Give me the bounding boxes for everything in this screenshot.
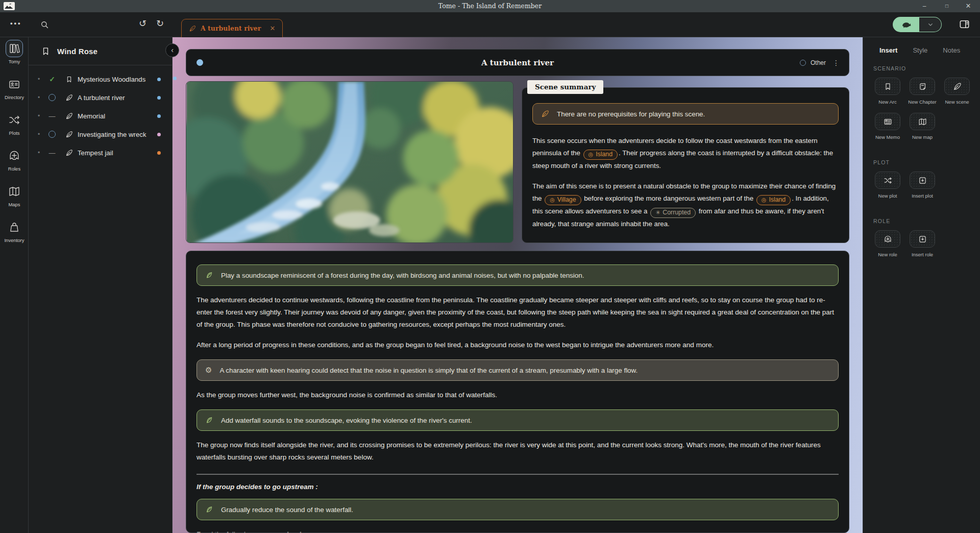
gear-icon: ⚙	[205, 366, 212, 375]
plot-buttons: New plot Insert plot	[870, 172, 980, 207]
books-icon	[8, 42, 20, 55]
status-open-icon[interactable]	[44, 94, 60, 101]
new-role-button[interactable]: New role	[870, 230, 905, 257]
body-paragraph: The adventurers decided to continue west…	[197, 294, 839, 331]
scene-list-item-memorial[interactable]: • — Memorial	[29, 107, 172, 125]
document-tab[interactable]: A turbulent river ✕	[181, 19, 283, 37]
new-plot-button[interactable]: New plot	[870, 172, 905, 199]
scene-list-item-investigating-the-wreck[interactable]: • Investigating the wreck	[29, 125, 172, 143]
tab-insert[interactable]: Insert	[879, 46, 897, 54]
new-chapter-button[interactable]: New Chapter	[905, 78, 940, 105]
rail-item-inventory[interactable]: Inventory	[0, 219, 29, 243]
tab-notes[interactable]: Notes	[943, 46, 960, 54]
window-title: Tome - The Island of Remember	[0, 0, 980, 12]
leaf-icon	[205, 505, 213, 514]
body-paragraph: After a long period of progress in these…	[197, 339, 839, 351]
map-icon	[918, 117, 927, 126]
block-marker-dot	[173, 77, 177, 80]
chevron-down-icon	[926, 20, 935, 29]
status-open-icon[interactable]	[44, 131, 60, 138]
scene-list-item-tempest-jail[interactable]: • — Tempest jail	[29, 143, 172, 162]
section-title-role: ROLE	[873, 218, 980, 224]
scene-summary-card: There are no prerequisites for playing t…	[522, 87, 849, 243]
right-panel-toggle-button[interactable]	[959, 18, 970, 30]
collapse-panel-button[interactable]: ‹	[165, 43, 179, 57]
reduce-sound-callout: Gradually reduce the sound of the waterf…	[197, 499, 839, 520]
scene-category-label: Other	[811, 59, 826, 66]
village-tag[interactable]: ◎Village	[545, 195, 581, 205]
scenario-buttons: New Arc New Chapter New scene New Memo N…	[870, 78, 980, 148]
rail-item-tomy[interactable]: Tomy	[0, 40, 29, 64]
corrupted-tag[interactable]: ✳Corrupted	[650, 208, 696, 218]
drag-handle-icon[interactable]: •	[38, 94, 44, 101]
section-title-plot: PLOT	[873, 159, 980, 165]
bookmark-icon	[65, 76, 73, 83]
new-arc-button[interactable]: New Arc	[870, 78, 905, 105]
island-tag[interactable]: ◎Island	[756, 195, 791, 205]
play-options-dropdown[interactable]	[919, 17, 942, 32]
divider	[197, 474, 839, 475]
river-forest-image	[186, 82, 513, 243]
rail-item-directory[interactable]: Directory	[0, 76, 29, 100]
tab-style[interactable]: Style	[913, 46, 927, 54]
rail-item-plots[interactable]: Plots	[0, 111, 29, 136]
window-close-button[interactable]: ✕	[961, 0, 976, 12]
whale-icon	[900, 19, 912, 30]
scenario-header: Wind Rose	[29, 37, 172, 65]
insert-plot-button[interactable]: Insert plot	[905, 172, 940, 199]
tab-close-icon[interactable]: ✕	[270, 25, 275, 32]
drag-handle-icon[interactable]: •	[38, 76, 44, 83]
feather-icon	[189, 25, 196, 32]
window-maximize-button[interactable]: □	[939, 0, 954, 12]
drag-handle-icon[interactable]: •	[38, 149, 44, 156]
map-icon	[8, 185, 20, 198]
window-minimize-button[interactable]: –	[917, 0, 932, 12]
redo-button[interactable]: ↻	[156, 18, 164, 29]
search-icon[interactable]	[40, 20, 50, 30]
scene-body-card[interactable]: Play a soundscape reminiscent of a fores…	[186, 251, 849, 533]
play-session-button[interactable]	[893, 17, 919, 32]
insert-icon	[918, 235, 927, 244]
scene-list-item-a-turbulent-river[interactable]: • A turbulent river	[29, 88, 172, 107]
prerequisite-text: There are no prerequisites for playing t…	[557, 110, 705, 118]
status-none-icon[interactable]: —	[44, 112, 60, 120]
status-done-icon[interactable]: ✓	[44, 75, 60, 83]
scenario-nav-panel: Wind Rose ‹ • ✓ Mysterious Woodlands • A…	[29, 37, 173, 533]
rail-item-maps[interactable]: Maps	[0, 183, 29, 207]
status-none-icon[interactable]: —	[44, 149, 60, 157]
location-icon: ◎	[762, 196, 767, 204]
feather-icon	[65, 94, 73, 102]
app-window: Tome - The Island of Remember – □ ✕ ••• …	[0, 0, 980, 533]
right-sidebar: Insert Style Notes SCENARIO New Arc New …	[863, 37, 980, 533]
play-split-button	[893, 17, 942, 32]
island-tag[interactable]: ◎Island	[583, 150, 618, 160]
scene-color-dot	[157, 114, 161, 118]
drag-handle-icon[interactable]: •	[38, 131, 44, 138]
scene-color-dot	[157, 96, 161, 100]
new-scene-button[interactable]: New scene	[940, 78, 974, 105]
new-map-button[interactable]: New map	[905, 113, 940, 140]
body-paragraph: The group now finds itself alongside the…	[197, 439, 839, 464]
new-memo-button[interactable]: New Memo	[870, 113, 905, 140]
scene-category-control[interactable]: Other ⋮	[800, 59, 842, 67]
scene-list-item-mysterious-woodlands[interactable]: • ✓ Mysterious Woodlands	[29, 70, 172, 88]
shuffle-icon	[884, 176, 892, 185]
prerequisite-callout: There are no prerequisites for playing t…	[532, 103, 839, 125]
left-icon-rail: Tomy Directory Plots Roles Maps Inventor…	[0, 37, 29, 533]
undo-button[interactable]: ↺	[139, 18, 146, 29]
feather-icon	[65, 112, 73, 120]
shuffle-icon	[8, 114, 20, 126]
drag-handle-icon[interactable]: •	[38, 112, 44, 119]
rail-item-roles[interactable]: Roles	[0, 147, 29, 172]
waterfall-sounds-callout: Add waterfall sounds to the soundscape, …	[197, 409, 839, 431]
document-tab-label: A turbulent river	[201, 25, 261, 32]
overflow-menu-button[interactable]: •••	[10, 19, 22, 27]
keen-hearing-callout: ⚙ A character with keen hearing could de…	[197, 359, 839, 381]
toolbar: ••• ↺ ↻ A turbulent river ✕	[0, 12, 980, 37]
insert-role-button[interactable]: Insert role	[905, 230, 940, 257]
scene-illustration[interactable]	[186, 81, 513, 243]
upstream-heading: If the group decides to go upstream :	[197, 483, 839, 491]
location-icon: ◎	[550, 196, 555, 204]
bag-icon	[8, 221, 20, 233]
kebab-menu-icon[interactable]: ⋮	[830, 59, 842, 67]
